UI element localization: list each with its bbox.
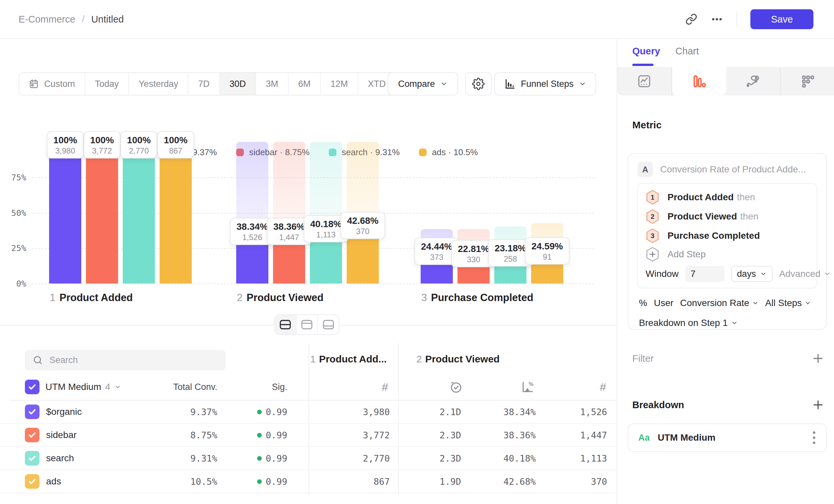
active-tab-underline bbox=[632, 64, 654, 66]
funnel-step-label: 1Product Added bbox=[50, 292, 133, 304]
add-breakdown-button[interactable] bbox=[812, 399, 824, 411]
breadcrumb-separator: / bbox=[82, 14, 85, 25]
step-hexagon-badge: 2 bbox=[645, 209, 659, 224]
table-step1-header: 1Product Add... bbox=[310, 353, 387, 365]
funnel-bar[interactable] bbox=[159, 142, 192, 283]
window-unit-dropdown[interactable]: days bbox=[731, 266, 773, 282]
range-3m[interactable]: 3M bbox=[256, 73, 288, 95]
sig-column-header[interactable]: Sig. bbox=[272, 382, 287, 392]
count-column-icon[interactable]: # bbox=[382, 381, 388, 394]
range-30d[interactable]: 30D bbox=[219, 73, 256, 95]
range-yesterday[interactable]: Yesterday bbox=[128, 73, 188, 95]
funnel-step-item[interactable]: 2Product Viewedthen bbox=[645, 207, 809, 226]
range-today[interactable]: Today bbox=[85, 73, 128, 95]
row-checkbox[interactable] bbox=[25, 451, 40, 465]
row-step1-count: 3,772 bbox=[363, 430, 390, 440]
save-button[interactable]: Save bbox=[750, 9, 813, 29]
funnel-bars-icon bbox=[692, 74, 707, 89]
row-checkbox[interactable] bbox=[25, 474, 40, 489]
funnel-tab[interactable] bbox=[672, 67, 726, 95]
conversion-chart-icon[interactable]: % bbox=[521, 380, 535, 394]
flows-tab[interactable] bbox=[781, 67, 834, 95]
row-step1-count: 867 bbox=[374, 477, 390, 487]
breakdown-heading: Breakdown bbox=[632, 399, 684, 411]
row-step2-count: 1,447 bbox=[580, 430, 607, 440]
funnel-step-label: 2Product Viewed bbox=[237, 292, 324, 304]
range-12m[interactable]: 12M bbox=[320, 73, 358, 95]
add-step-button[interactable]: Add Step bbox=[645, 245, 809, 263]
step-event-name: Product Addedthen bbox=[667, 192, 755, 203]
total-conv-column-header[interactable]: Total Conv. bbox=[173, 382, 217, 392]
funnel-step-item[interactable]: 3Purchase Completed bbox=[645, 226, 809, 245]
layout-bottom-icon bbox=[322, 318, 335, 331]
breadcrumb-parent[interactable]: E-Commerce bbox=[19, 14, 75, 25]
chart-settings-button[interactable] bbox=[465, 72, 492, 95]
chart-type-dropdown[interactable]: Funnel Steps bbox=[494, 72, 596, 95]
breakdown-section: Breakdown bbox=[632, 399, 824, 411]
kebab-menu-icon[interactable] bbox=[812, 430, 816, 445]
search-icon bbox=[33, 355, 43, 365]
compare-button[interactable]: Compare bbox=[388, 72, 458, 95]
step-hexagon-badge: 1 bbox=[645, 190, 659, 205]
measure-scope-dropdown[interactable]: All Steps bbox=[765, 298, 811, 308]
funnel-step-item[interactable]: 1Product Addedthen bbox=[645, 188, 809, 207]
bar-value-label: 100%2,770 bbox=[120, 131, 158, 159]
row-significance: 0.99 bbox=[257, 430, 287, 440]
row-checkbox[interactable] bbox=[25, 428, 40, 442]
row-name: ads bbox=[46, 476, 61, 487]
layout-split-button[interactable] bbox=[275, 315, 296, 334]
measure-type-dropdown[interactable]: Conversion Rate bbox=[680, 298, 759, 308]
y-axis-tick: 50% bbox=[11, 208, 26, 217]
row-step1-count: 2,770 bbox=[363, 453, 390, 463]
breakdown-item[interactable]: Aa UTM Medium bbox=[628, 423, 827, 452]
row-significance: 0.99 bbox=[257, 453, 287, 463]
row-significance: 0.99 bbox=[257, 477, 287, 487]
breakdown-on-step-dropdown[interactable]: Breakdown on Step 1 bbox=[639, 318, 738, 328]
row-step2-count: 370 bbox=[591, 477, 607, 487]
share-link-button[interactable] bbox=[685, 13, 697, 25]
range-7d[interactable]: 7D bbox=[188, 73, 219, 95]
row-checkbox[interactable] bbox=[25, 405, 40, 419]
tab-chart[interactable]: Chart bbox=[676, 46, 699, 57]
top-bar: E-Commerce / Untitled Save bbox=[0, 0, 834, 39]
date-range-segmented-control: CustomTodayYesterday7D30D3M6M12MXTD bbox=[19, 72, 408, 95]
metric-type-tabs bbox=[617, 67, 834, 95]
range-custom[interactable]: Custom bbox=[19, 73, 85, 95]
filter-section: Filter bbox=[632, 352, 824, 364]
topbar-divider bbox=[737, 12, 737, 27]
insights-tab[interactable] bbox=[617, 67, 672, 95]
row-total-conv: 9.37% bbox=[191, 407, 217, 417]
timer-check-icon[interactable] bbox=[449, 380, 463, 394]
bar-value-label: 42.68%370 bbox=[341, 212, 385, 239]
bar-value-label: 100%3,772 bbox=[84, 131, 121, 159]
breadcrumb-current[interactable]: Untitled bbox=[91, 14, 124, 25]
funnel-bar[interactable] bbox=[86, 142, 118, 283]
insights-icon bbox=[637, 74, 652, 89]
count-column-icon[interactable]: # bbox=[600, 381, 606, 394]
layout-split-icon bbox=[279, 318, 292, 331]
sig-dot-icon bbox=[257, 479, 262, 484]
funnel-bar[interactable] bbox=[123, 142, 155, 283]
search-input[interactable] bbox=[49, 355, 218, 365]
tab-query[interactable]: Query bbox=[632, 46, 660, 57]
window-value-input[interactable] bbox=[685, 266, 725, 282]
table-row: $organic9.37%0.993,9802.1D38.34%1,526 bbox=[0, 400, 617, 424]
chevron-down-icon bbox=[824, 270, 831, 277]
metric-title-row[interactable]: A Conversion Rate of Product Adde... bbox=[628, 154, 826, 183]
breakdown-column-header[interactable]: UTM Medium 4 bbox=[45, 382, 121, 392]
retention-tab[interactable] bbox=[726, 67, 781, 95]
add-filter-button[interactable] bbox=[812, 352, 824, 364]
table-row: search9.31%0.992,7702.3D40.18%1,113 bbox=[0, 447, 617, 470]
row-step2-count: 1,113 bbox=[580, 453, 607, 463]
range-6m[interactable]: 6M bbox=[288, 73, 321, 95]
svg-text:1: 1 bbox=[651, 193, 654, 201]
layout-table-only-button[interactable] bbox=[317, 315, 339, 334]
select-all-checkbox[interactable] bbox=[25, 380, 40, 394]
more-menu-button[interactable] bbox=[710, 13, 723, 25]
row-avg-time: 2.1D bbox=[440, 407, 461, 417]
step-event-name: Purchase Completed bbox=[667, 230, 760, 241]
measure-user-dropdown[interactable]: User bbox=[654, 298, 674, 308]
layout-chart-only-button[interactable] bbox=[296, 315, 317, 334]
funnel-bar[interactable] bbox=[49, 142, 81, 283]
advanced-dropdown[interactable]: Advanced bbox=[779, 269, 831, 279]
